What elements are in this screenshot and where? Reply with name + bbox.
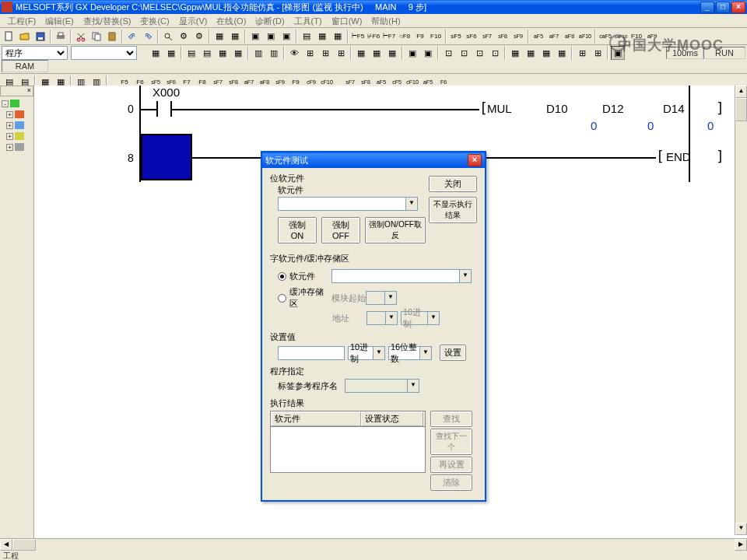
tb-af9-icon[interactable]: aF9 (645, 30, 659, 44)
tb-sf9-icon[interactable]: sF9 (511, 30, 525, 44)
radio-device[interactable] (278, 272, 286, 281)
menu-search[interactable]: 查找/替换(S) (79, 14, 136, 27)
tb2-u-icon[interactable]: ▦ (508, 46, 522, 60)
dlg-close-btn[interactable]: 关闭 (429, 176, 477, 192)
copy-icon[interactable] (89, 30, 103, 44)
tb2-a-icon[interactable]: ▦ (149, 46, 163, 60)
set-button[interactable]: 设置 (440, 345, 466, 361)
tb-af7-icon[interactable]: aF7 (547, 30, 561, 44)
tool2-icon[interactable]: ⚙ (192, 30, 206, 44)
menu-tools[interactable]: 工具(T) (289, 14, 327, 27)
tool-icon[interactable]: ⚙ (177, 30, 191, 44)
menu-diag[interactable]: 诊断(D) (251, 14, 289, 27)
force-off-button[interactable]: 强制OFF (321, 217, 360, 243)
horizontal-scrollbar[interactable]: ◀ ▶ (0, 538, 747, 551)
tb2-d-icon[interactable]: ▤ (200, 46, 214, 60)
tb2-r-icon[interactable]: ⊡ (457, 46, 471, 60)
tb2-i-icon[interactable]: ⊞ (303, 46, 317, 60)
tb2-w-icon[interactable]: ▦ (539, 46, 553, 60)
tb-a-icon[interactable]: ▦ (212, 30, 226, 44)
tb2-n-icon[interactable]: ▦ (385, 46, 399, 60)
tb-af8-icon[interactable]: aF8 (563, 30, 577, 44)
save-icon[interactable] (33, 30, 47, 44)
contact-f5-icon[interactable]: ⊢F5 (351, 30, 365, 44)
tb2-p-icon[interactable]: ▣ (421, 46, 435, 60)
tb2-l-icon[interactable]: ▦ (354, 46, 368, 60)
tb-c-icon[interactable]: ▣ (248, 30, 262, 44)
tb-g-icon[interactable]: ▦ (315, 30, 329, 44)
scroll-right-icon[interactable]: ▶ (735, 539, 747, 551)
redo-icon[interactable] (141, 30, 155, 44)
tree-item-4[interactable]: + (6, 142, 32, 152)
minimize-button[interactable]: _ (700, 2, 714, 13)
open-icon[interactable] (18, 30, 32, 44)
ladder-mode-icon[interactable]: ▣ (611, 46, 625, 60)
bit-device-combo[interactable]: ▼ (278, 197, 418, 211)
tb2-h-icon[interactable]: ▥ (267, 46, 281, 60)
tb2-q-icon[interactable]: ⊡ (441, 46, 455, 60)
setval-radix-combo[interactable]: 10进制▼ (348, 346, 385, 360)
tree-close-icon[interactable]: × (0, 86, 33, 96)
coil-f8-icon[interactable]: ○F8 (398, 30, 412, 44)
tb-b-icon[interactable]: ▦ (228, 30, 242, 44)
tb-f-icon[interactable]: ▤ (300, 30, 314, 44)
radio-buffer[interactable] (278, 294, 286, 303)
tb-caf5-icon[interactable]: caF5 (598, 30, 612, 44)
tb2-m-icon[interactable]: ▦ (370, 46, 384, 60)
tb-f0-icon[interactable]: F10 (630, 30, 644, 44)
contact-f6-icon[interactable]: ⊬F6 (366, 30, 381, 44)
tb-sf5-icon[interactable]: sF5 (449, 30, 463, 44)
sub-combo[interactable] (71, 46, 137, 60)
tb2-f-icon[interactable]: ▦ (231, 46, 245, 60)
tb-sf6-icon[interactable]: sF6 (465, 30, 479, 44)
tb-h-icon[interactable]: ▦ (331, 30, 345, 44)
tb-f10-icon[interactable]: F10 (429, 30, 443, 44)
tb-sf7-icon[interactable]: sF7 (480, 30, 494, 44)
selection-box[interactable] (141, 134, 192, 180)
setval-type-combo[interactable]: 16位整数▼ (388, 346, 432, 360)
dialog-titlebar[interactable]: 软元件测试 × (262, 152, 485, 168)
scroll-left-icon[interactable]: ◀ (0, 539, 12, 551)
tree-item-3[interactable]: + (6, 131, 32, 142)
paste-icon[interactable] (105, 30, 119, 44)
tb2-y-icon[interactable]: ⊞ (575, 46, 589, 60)
tree-root[interactable]: - (2, 98, 32, 109)
program-combo[interactable]: 程序 (2, 46, 68, 60)
tb2-k-icon[interactable]: ⊞ (334, 46, 348, 60)
tb2-o-icon[interactable]: ▣ (405, 46, 419, 60)
maximize-button[interactable]: □ (716, 2, 730, 13)
dialog-close-button[interactable]: × (468, 154, 482, 166)
undo-icon[interactable] (125, 30, 139, 44)
menu-project[interactable]: 工程(F) (3, 14, 40, 27)
cut-icon[interactable] (74, 30, 88, 44)
tb2-z-icon[interactable]: ⊞ (591, 46, 605, 60)
menu-window[interactable]: 窗口(W) (327, 14, 367, 27)
hide-result-button[interactable]: 不显示执行结果 (429, 197, 477, 223)
menu-help[interactable]: 帮助(H) (366, 14, 405, 27)
tb2-x-icon[interactable]: ▦ (555, 46, 569, 60)
menu-edit[interactable]: 编辑(E) (40, 14, 79, 27)
tb-caf10-icon[interactable]: caF10 (614, 30, 628, 44)
tb2-v-icon[interactable]: ▦ (524, 46, 538, 60)
result-table[interactable]: 软元件 设置状态 (270, 411, 426, 473)
tb-f9-icon[interactable]: F9 (413, 30, 427, 44)
tb2-b-icon[interactable]: ▦ (164, 46, 178, 60)
tb2-e-icon[interactable]: ▦ (216, 46, 230, 60)
tb-af10-icon[interactable]: aF10 (578, 30, 592, 44)
tree-item-1[interactable]: + (6, 109, 32, 120)
monitor-icon[interactable]: 👁 (287, 46, 301, 60)
new-icon[interactable] (2, 30, 16, 44)
tb2-g-icon[interactable]: ▥ (251, 46, 265, 60)
tb-sf8-icon[interactable]: sF8 (496, 30, 510, 44)
tb-d-icon[interactable]: ▣ (264, 30, 278, 44)
word-device-combo[interactable]: ▼ (331, 269, 472, 283)
tb2-j-icon[interactable]: ⊞ (318, 46, 332, 60)
tb-af5-icon[interactable]: aF5 (531, 30, 545, 44)
tree-item-2[interactable]: + (6, 120, 32, 131)
print-icon[interactable] (54, 30, 68, 44)
close-button[interactable]: × (731, 2, 745, 13)
tb-e-icon[interactable]: ▣ (279, 30, 293, 44)
tb2-c-icon[interactable]: ▤ (184, 46, 198, 60)
force-toggle-button[interactable]: 强制ON/OFF取反 (365, 217, 426, 243)
contact-f7-icon[interactable]: ⊢F7 (382, 30, 396, 44)
